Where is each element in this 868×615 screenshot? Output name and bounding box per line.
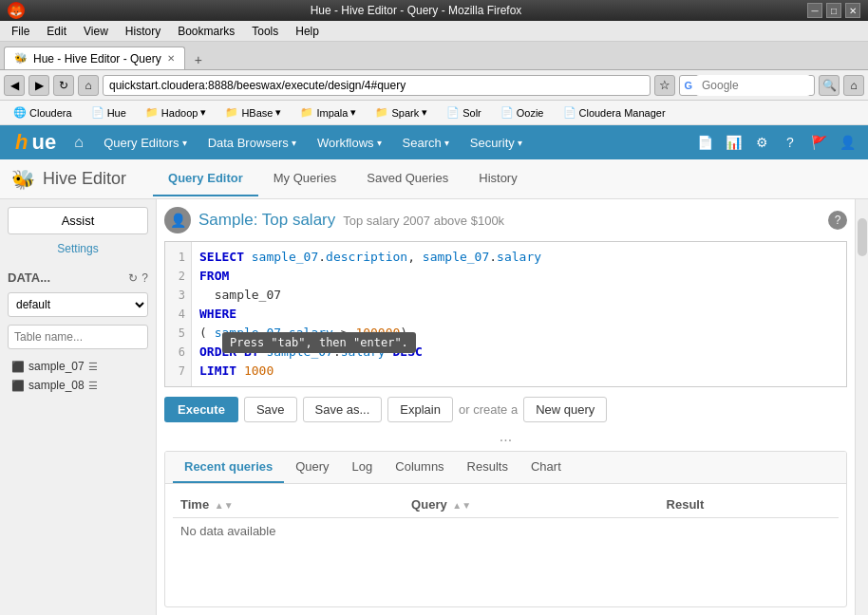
bookmark-spark-icon: 📁 bbox=[375, 106, 388, 119]
dots-separator[interactable]: ... bbox=[164, 426, 847, 447]
bookmark-star-icon[interactable]: ☆ bbox=[654, 75, 675, 96]
bookmark-hue-icon: 📄 bbox=[91, 106, 104, 119]
col-time-label: Time bbox=[180, 497, 209, 512]
back-button[interactable]: ◀ bbox=[4, 75, 25, 96]
editor-tabs: Query Editor My Queries Saved Queries Hi… bbox=[153, 161, 533, 196]
bookmark-oozie-label: Oozie bbox=[517, 107, 544, 119]
firefox-icon: 🦊 bbox=[8, 2, 25, 19]
hue-home-button[interactable]: ⌂ bbox=[66, 129, 92, 156]
table-list-icon-sample08[interactable]: ☰ bbox=[88, 380, 98, 392]
url-bar[interactable] bbox=[103, 75, 651, 96]
code-editor[interactable]: 1 2 3 4 5 6 7 SELECT sample_07.descripti… bbox=[164, 241, 847, 387]
menu-help[interactable]: Help bbox=[288, 23, 327, 40]
results-tab-chart[interactable]: Chart bbox=[519, 452, 573, 483]
browser-tab-active[interactable]: 🐝 Hue - Hive Editor - Query ✕ bbox=[4, 47, 185, 69]
bookmark-solr[interactable]: 📄 Solr bbox=[439, 104, 489, 121]
bookmark-hadoop[interactable]: 📁 Hadoop ▾ bbox=[138, 104, 215, 121]
execute-button[interactable]: Execute bbox=[164, 397, 238, 422]
col-result-label: Result bbox=[667, 497, 705, 512]
bookmark-hbase[interactable]: 📁 HBase ▾ bbox=[217, 104, 289, 121]
nav-security[interactable]: Security ▾ bbox=[461, 130, 532, 156]
explain-button[interactable]: Explain bbox=[387, 397, 453, 422]
results-tab-query[interactable]: Query bbox=[284, 452, 340, 483]
bookmark-oozie[interactable]: 📄 Oozie bbox=[493, 104, 552, 121]
bookmark-cloudera-icon: 🌐 bbox=[13, 106, 27, 119]
menu-edit[interactable]: Edit bbox=[39, 23, 74, 40]
nav-help-icon[interactable]: ? bbox=[777, 129, 803, 156]
search-magnifier-icon[interactable]: 🔍 bbox=[819, 75, 840, 96]
home-button[interactable]: ⌂ bbox=[78, 75, 99, 96]
new-query-button[interactable]: New query bbox=[523, 397, 607, 422]
reload-button[interactable]: ↻ bbox=[53, 75, 74, 96]
results-tab-query-label: Query bbox=[295, 459, 329, 474]
save-as-button[interactable]: Save as... bbox=[303, 397, 383, 422]
code-content[interactable]: SELECT sample_07.description, sample_07.… bbox=[192, 242, 549, 386]
tab-history[interactable]: History bbox=[463, 161, 532, 196]
nav-data-browsers-arrow: ▾ bbox=[292, 138, 296, 148]
menu-view[interactable]: View bbox=[76, 23, 116, 40]
bookmark-cm-label: Cloudera Manager bbox=[579, 107, 666, 119]
minimize-button[interactable]: ─ bbox=[807, 3, 822, 18]
help-data-icon[interactable]: ? bbox=[142, 271, 148, 285]
tab-saved-queries[interactable]: Saved Queries bbox=[351, 161, 463, 196]
refresh-icon[interactable]: ↻ bbox=[128, 271, 138, 285]
bookmark-hue[interactable]: 📄 Hue bbox=[84, 104, 134, 121]
bookmark-cloudera[interactable]: 🌐 Cloudera bbox=[6, 104, 80, 121]
tab-query-editor[interactable]: Query Editor bbox=[153, 161, 258, 196]
menu-bookmarks[interactable]: Bookmarks bbox=[170, 23, 242, 40]
nav-query-editors-label: Query Editors bbox=[104, 136, 179, 150]
bookmark-spark-label: Spark bbox=[391, 107, 419, 119]
right-scrollbar[interactable] bbox=[855, 199, 868, 615]
nav-search[interactable]: Search ▾ bbox=[393, 130, 459, 156]
bookmark-impala[interactable]: 📁 Impala ▾ bbox=[292, 104, 364, 121]
bookmark-cloudera-manager[interactable]: 📄 Cloudera Manager bbox=[556, 104, 673, 121]
google-search-input[interactable] bbox=[696, 75, 810, 96]
close-button[interactable]: ✕ bbox=[845, 3, 860, 18]
query-help-button[interactable]: ? bbox=[828, 211, 847, 230]
menu-tools[interactable]: Tools bbox=[244, 23, 286, 40]
table-search-input[interactable] bbox=[8, 325, 148, 349]
nav-query-editors[interactable]: Query Editors ▾ bbox=[94, 130, 196, 156]
table-list-icon-sample07[interactable]: ☰ bbox=[88, 361, 98, 373]
bookmark-hue-label: Hue bbox=[107, 107, 126, 119]
menu-file[interactable]: File bbox=[4, 23, 37, 40]
new-tab-button[interactable]: + bbox=[189, 50, 208, 69]
nav-data-browsers[interactable]: Data Browsers ▾ bbox=[198, 130, 306, 156]
window-controls[interactable]: ─ □ ✕ bbox=[807, 3, 860, 18]
table-item-sample08[interactable]: ⬛ sample_08 ☰ bbox=[8, 376, 148, 395]
hue-logo[interactable]: hue bbox=[8, 130, 64, 155]
nav-user-icon[interactable]: 👤 bbox=[834, 129, 860, 156]
maximize-button[interactable]: □ bbox=[826, 3, 841, 18]
results-tab-recent[interactable]: Recent queries bbox=[173, 452, 284, 483]
forward-button[interactable]: ▶ bbox=[28, 75, 49, 96]
scrollbar-thumb[interactable] bbox=[858, 218, 867, 256]
results-tab-columns[interactable]: Columns bbox=[384, 452, 455, 483]
nav-table-icon[interactable]: 📊 bbox=[720, 129, 746, 156]
results-tab-results[interactable]: Results bbox=[456, 452, 519, 483]
bookmark-hadoop-icon: 📁 bbox=[145, 106, 159, 119]
database-select[interactable]: default bbox=[8, 292, 148, 317]
results-tab-log[interactable]: Log bbox=[341, 452, 385, 483]
col-time-sort-icon[interactable]: ▲▼ bbox=[215, 500, 234, 511]
settings-link[interactable]: Settings bbox=[8, 238, 148, 259]
col-query-sort-icon[interactable]: ▲▼ bbox=[452, 500, 471, 511]
assist-button[interactable]: Assist bbox=[8, 207, 148, 234]
nav-settings-icon[interactable]: ⚙ bbox=[748, 129, 775, 156]
col-time: Time ▲▼ bbox=[173, 492, 404, 518]
sample-title[interactable]: Sample: Top salary bbox=[198, 211, 335, 230]
menu-history[interactable]: History bbox=[118, 23, 168, 40]
bookmark-spark[interactable]: 📁 Spark ▾ bbox=[368, 104, 435, 121]
browser-home-icon[interactable]: ⌂ bbox=[843, 75, 864, 96]
nav-flag-icon[interactable]: 🚩 bbox=[805, 129, 832, 156]
nav-workflows[interactable]: Workflows ▾ bbox=[308, 130, 391, 156]
col-query-label: Query bbox=[411, 497, 447, 512]
tab-my-queries[interactable]: My Queries bbox=[258, 161, 351, 196]
bookmark-hadoop-label: Hadoop bbox=[161, 107, 198, 119]
tab-close-icon[interactable]: ✕ bbox=[167, 53, 175, 64]
tab-saved-queries-label: Saved Queries bbox=[367, 171, 448, 185]
nav-document-icon[interactable]: 📄 bbox=[691, 129, 718, 156]
save-button[interactable]: Save bbox=[244, 397, 297, 422]
table-item-sample07[interactable]: ⬛ sample_07 ☰ bbox=[8, 357, 148, 376]
bookmark-cm-icon: 📄 bbox=[563, 106, 576, 119]
tab-query-editor-label: Query Editor bbox=[168, 171, 243, 185]
